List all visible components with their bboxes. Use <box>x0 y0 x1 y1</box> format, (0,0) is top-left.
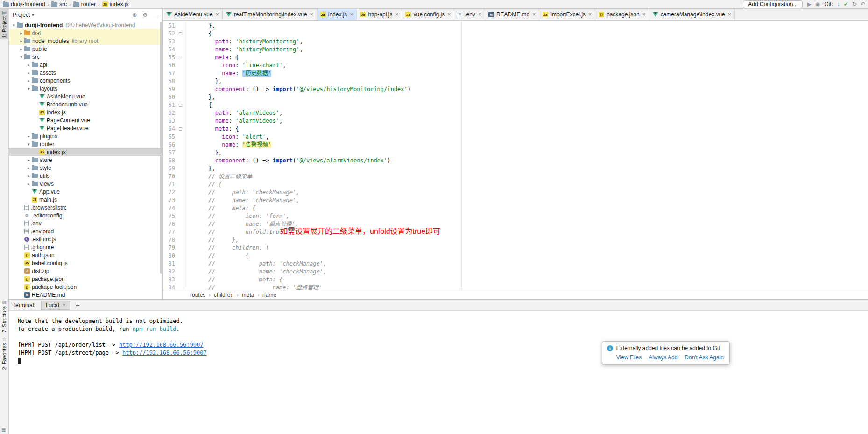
chevron-down-icon[interactable]: ▾ <box>26 142 32 147</box>
close-icon[interactable]: × <box>216 11 219 18</box>
tree-item[interactable]: {}package-lock.json <box>9 283 162 291</box>
settings-gear-icon[interactable]: ⚙ <box>142 12 148 18</box>
editor-tab[interactable]: MREADME.md× <box>485 9 539 20</box>
tree-item[interactable]: AsideMenu.vue <box>9 92 162 100</box>
fold-marker-icon[interactable] <box>179 32 182 35</box>
add-configuration-button[interactable]: Add Configuration... <box>743 0 803 8</box>
chevron-down-icon[interactable]: ▾ <box>11 23 17 28</box>
tool-button-structure[interactable]: ▥ 7: Structure <box>0 299 8 334</box>
close-icon[interactable]: × <box>447 11 451 18</box>
close-icon[interactable]: × <box>588 11 592 18</box>
code-text[interactable]: component: () => import('@/views/alarmVi… <box>184 157 391 165</box>
hide-panel-icon[interactable]: — <box>153 12 159 18</box>
run-play-icon[interactable]: ▶ <box>807 1 811 7</box>
terminal-tab-local[interactable]: Local × <box>41 301 71 310</box>
editor[interactable]: 51 },52 {53 path: 'historyMonitoring',54… <box>163 21 868 290</box>
tree-item[interactable]: ▾layouts <box>9 84 162 92</box>
tree-item[interactable]: ▸plugins <box>9 132 162 140</box>
code-text[interactable]: // path: 'checkManage', <box>184 260 326 268</box>
code-text[interactable]: // path: 'checkManage', <box>184 189 299 196</box>
tree-item[interactable]: ▸api <box>9 61 162 69</box>
terminal-output[interactable]: Note that the development build is not o… <box>9 311 868 434</box>
code-text[interactable]: // { <box>184 252 249 260</box>
fold-marker-icon[interactable] <box>179 56 182 59</box>
chevron-right-icon[interactable]: ▸ <box>26 78 32 83</box>
code-text[interactable]: // { <box>184 181 222 189</box>
project-scrollbar[interactable] <box>160 22 162 274</box>
breadcrumb-item[interactable]: children <box>214 292 233 298</box>
code-text[interactable]: icon: 'line-chart', <box>184 62 286 70</box>
tree-item[interactable]: {}package.json <box>9 275 162 283</box>
tree-item[interactable]: ▸views <box>9 180 162 188</box>
tree-item[interactable]: ▾src <box>9 53 162 61</box>
code-text[interactable]: // }, <box>184 236 239 244</box>
editor-tab[interactable]: {}package.json× <box>595 9 649 20</box>
tree-item[interactable]: ▾duoji-frontendD:\zheheWeb\duoji-fronten… <box>9 21 162 29</box>
tree-item[interactable]: ▸node_moduleslibrary root <box>9 37 162 45</box>
code-text[interactable]: icon: 'alert', <box>184 133 269 141</box>
tree-item[interactable]: Breadcrumb.vue <box>9 100 162 108</box>
editor-tab[interactable]: realTimeMonitoring\index.vue× <box>223 9 317 20</box>
tree-item[interactable]: JSindex.js <box>9 148 162 156</box>
tree-item[interactable]: PageHeader.vue <box>9 124 162 132</box>
chevron-right-icon[interactable]: ▸ <box>26 134 32 139</box>
tree-item[interactable]: .env <box>9 219 162 227</box>
code-text[interactable]: }, <box>184 77 222 85</box>
code-text[interactable]: // name: '盘点管理' <box>184 284 322 290</box>
chevron-right-icon[interactable]: ▸ <box>18 31 24 35</box>
code-text[interactable]: name: '告警视频' <box>184 141 271 149</box>
code-text[interactable]: // unfold:true <box>184 228 282 236</box>
editor-tab[interactable]: JSvue.config.js× <box>402 9 454 20</box>
tree-item[interactable]: ▸assets <box>9 69 162 77</box>
tree-item[interactable]: Zdist.zip <box>9 267 162 275</box>
tree-item[interactable]: App.vue <box>9 188 162 196</box>
tree-item[interactable]: ▸dist <box>9 29 162 37</box>
fold-marker-icon[interactable] <box>179 127 182 131</box>
code-text[interactable]: path: 'alarmVideos', <box>184 109 282 117</box>
terminal-link[interactable]: http://192.168.66.56:9007 <box>122 350 207 356</box>
breadcrumb-item[interactable]: name <box>262 292 276 298</box>
chevron-right-icon[interactable]: ▸ <box>18 47 24 51</box>
breadcrumb-item[interactable]: meta <box>242 292 254 298</box>
breadcrumb-item[interactable]: duoji-frontend <box>3 1 45 7</box>
vcs-history-icon[interactable]: ↻ <box>852 1 857 7</box>
tool-button-project[interactable]: ▤ 1: Project <box>0 9 8 39</box>
code-text[interactable]: // children: [ <box>184 244 269 252</box>
notification-action[interactable]: Always Add <box>649 354 677 361</box>
tree-item[interactable]: E.eslintrc.js <box>9 235 162 243</box>
terminal-link[interactable]: http://192.168.66.56:9007 <box>119 342 204 348</box>
breadcrumb-item[interactable]: routes <box>190 292 205 298</box>
debug-icon[interactable]: ◉ <box>815 1 820 7</box>
code-text[interactable]: name: '历史数据' <box>184 70 271 77</box>
chevron-right-icon[interactable]: ▸ <box>26 70 32 75</box>
editor-tab[interactable]: .env× <box>454 9 485 20</box>
vcs-rollback-icon[interactable]: ↶ <box>861 1 865 7</box>
fold-marker-icon[interactable] <box>179 104 182 107</box>
close-icon[interactable]: × <box>62 302 65 308</box>
code-text[interactable]: path: 'historyMonitoring', <box>184 38 303 46</box>
tree-item[interactable]: PageContent.vue <box>9 116 162 124</box>
code-text[interactable]: name: 'alarmVideos', <box>184 117 282 125</box>
code-text[interactable]: }, <box>184 93 215 101</box>
locate-file-icon[interactable]: ⊕ <box>132 12 137 18</box>
code-text[interactable]: // 设置二级菜单 <box>184 173 252 181</box>
tree-item[interactable]: ▸utils <box>9 172 162 180</box>
toolwindow-switcher-icon[interactable]: ▦ <box>1 427 6 433</box>
notification-action[interactable]: Don't Ask Again <box>685 354 724 361</box>
tree-item[interactable]: JSbabel.config.js <box>9 259 162 267</box>
chevron-right-icon[interactable]: ▸ <box>18 39 24 43</box>
tree-item[interactable]: {}auth.json <box>9 251 162 259</box>
chevron-down-icon[interactable]: ▾ <box>26 86 32 91</box>
close-icon[interactable]: × <box>532 11 536 18</box>
breadcrumb-item[interactable]: JSindex.js <box>102 1 129 7</box>
code-text[interactable]: name: 'historyMonitoring', <box>184 46 303 54</box>
chevron-right-icon[interactable]: ▸ <box>26 166 32 170</box>
breadcrumb-item[interactable]: router <box>73 1 96 7</box>
chevron-right-icon[interactable]: ▸ <box>26 158 32 162</box>
tree-item[interactable]: .gitignore <box>9 243 162 251</box>
close-icon[interactable]: × <box>642 11 646 18</box>
vcs-commit-icon[interactable]: ✔ <box>844 1 848 7</box>
editor-tab[interactable]: JSindex.js× <box>317 9 357 20</box>
code-text[interactable]: { <box>184 30 212 38</box>
tree-item[interactable]: ▸public <box>9 45 162 53</box>
